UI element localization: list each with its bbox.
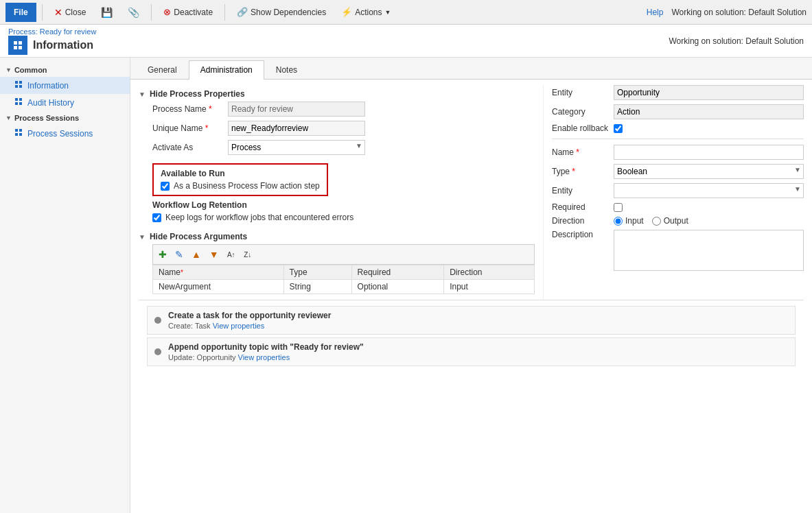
- separator-1: [42, 4, 43, 21]
- direction-label: Direction: [552, 216, 614, 226]
- attach-icon: 📎: [128, 7, 139, 18]
- type-select[interactable]: Boolean String Integer Float Decimal Dat…: [614, 164, 804, 179]
- sidebar-item-information[interactable]: Information: [0, 77, 130, 94]
- tab-administration[interactable]: Administration: [189, 60, 264, 80]
- action-dot-1: [154, 317, 161, 324]
- activate-as-wrapper: Process Process Template ▼: [228, 140, 365, 155]
- breadcrumb[interactable]: Process: Ready for review: [8, 27, 96, 36]
- action-item-append-topic[interactable]: Append opportunity topic with "Ready for…: [147, 337, 796, 366]
- arg-required: Optional: [351, 280, 444, 294]
- sidebar-item-audit-history[interactable]: Audit History: [0, 94, 130, 111]
- direction-output-option: Output: [652, 216, 688, 226]
- tabs-bar: General Administration Notes: [130, 58, 812, 80]
- svg-rect-4: [15, 81, 18, 84]
- action-text-2: Append opportunity topic with "Ready for…: [168, 342, 364, 352]
- solution-info: Working on solution: Default Solution: [669, 36, 804, 46]
- sort-za-button[interactable]: Z↓: [240, 247, 255, 262]
- required-checkbox[interactable]: [614, 203, 623, 212]
- name-label: Name *: [552, 147, 614, 157]
- svg-rect-1: [19, 41, 22, 45]
- move-up-button[interactable]: ▲: [188, 247, 205, 262]
- actions-label: Actions: [355, 8, 382, 17]
- available-checkbox-row: As a Business Process Flow action step: [161, 181, 320, 191]
- process-sessions-section-label: Process Sessions: [14, 114, 79, 122]
- process-properties-header[interactable]: ▼ Hide Process Properties: [139, 85, 535, 102]
- arg-entity-label: Entity: [552, 186, 614, 195]
- toolbar: File ✕ Close 💾 📎 ⊗ Deactivate 🔗 Show Dep…: [0, 0, 812, 25]
- category-input: [614, 104, 804, 119]
- file-button[interactable]: File: [5, 3, 36, 22]
- hide-process-properties-title: Hide Process Properties: [150, 89, 245, 99]
- tab-general[interactable]: General: [136, 60, 189, 79]
- actions-dropdown-icon: ▼: [385, 9, 391, 16]
- activate-as-select[interactable]: Process Process Template: [228, 140, 365, 155]
- edit-argument-button[interactable]: ✎: [172, 247, 187, 262]
- process-sessions-section-header: ▼ Process Sessions: [0, 111, 130, 125]
- view-properties-link-2[interactable]: View properties: [238, 353, 290, 361]
- description-textarea[interactable]: [614, 230, 804, 271]
- header-bar: Process: Ready for review Information Wo…: [0, 25, 812, 58]
- two-col-layout: ▼ Hide Process Properties Process Name *…: [139, 85, 804, 300]
- information-icon: [14, 80, 23, 91]
- sort-az-button[interactable]: A↑: [224, 247, 239, 262]
- unique-name-input[interactable]: [228, 121, 365, 136]
- bottom-actions: Create a task for the opportunity review…: [139, 300, 804, 374]
- common-label: Common: [14, 66, 47, 74]
- available-checkbox[interactable]: [161, 182, 170, 191]
- section-triangle-arguments: ▼: [139, 233, 146, 241]
- attach-button[interactable]: 📎: [121, 3, 146, 22]
- category-label: Category: [552, 107, 614, 117]
- required-label: Required: [552, 202, 614, 212]
- arg-name: NewArgument: [153, 280, 284, 294]
- close-icon: ✕: [54, 7, 62, 18]
- arg-entity-row: Entity ▼: [552, 183, 804, 198]
- process-name-input[interactable]: [228, 102, 365, 117]
- arguments-container: ✚ ✎ ▲ ▼ A↑ Z↓: [139, 244, 535, 294]
- process-sessions-icon: [14, 128, 23, 139]
- workflow-checkbox-row: Keep logs for workflow jobs that encount…: [152, 213, 535, 222]
- move-down-button[interactable]: ▼: [206, 247, 222, 262]
- dependencies-icon: 🔗: [237, 7, 248, 17]
- arg-entity-select[interactable]: [614, 183, 804, 198]
- page-title: Information: [33, 39, 93, 51]
- workflow-checkbox[interactable]: [152, 213, 161, 222]
- enable-rollback-checkbox[interactable]: [614, 124, 623, 133]
- solution-label: Working on solution: Default Solution: [671, 8, 807, 17]
- process-name-label: Process Name *: [152, 104, 228, 114]
- sidebar-item-process-sessions[interactable]: Process Sessions: [0, 125, 130, 142]
- category-row: Category: [552, 104, 804, 119]
- entity-label: Entity: [552, 88, 614, 97]
- add-argument-button[interactable]: ✚: [155, 247, 170, 262]
- process-arguments-header[interactable]: ▼ Hide Process Arguments: [139, 228, 535, 244]
- show-dependencies-button[interactable]: 🔗 Show Dependencies: [231, 3, 332, 22]
- close-button[interactable]: ✕ Close: [48, 3, 93, 22]
- deactivate-button[interactable]: ⊗ Deactivate: [157, 3, 219, 22]
- svg-rect-3: [19, 46, 22, 49]
- description-label: Description: [552, 230, 614, 239]
- name-input[interactable]: [614, 145, 804, 160]
- action-sub-1: Create: Task View properties: [168, 322, 331, 330]
- action-item-create-task[interactable]: Create a task for the opportunity review…: [147, 306, 796, 335]
- available-to-run-title: Available to Run: [161, 169, 320, 178]
- svg-rect-8: [15, 98, 18, 101]
- required-row: Required: [552, 202, 804, 212]
- action-content-1: Create a task for the opportunity review…: [168, 311, 331, 330]
- divider: [552, 139, 804, 139]
- direction-radio-group: Input Output: [614, 216, 688, 226]
- svg-rect-6: [15, 85, 18, 88]
- available-to-run-box: Available to Run As a Business Process F…: [152, 163, 328, 196]
- svg-rect-11: [19, 102, 22, 105]
- view-properties-link-1[interactable]: View properties: [213, 322, 265, 330]
- direction-input-option: Input: [614, 216, 644, 226]
- direction-input-radio[interactable]: [614, 217, 623, 226]
- tab-notes[interactable]: Notes: [264, 60, 309, 79]
- table-row[interactable]: NewArgument String Optional Input: [153, 280, 535, 294]
- actions-button[interactable]: ⚡ Actions ▼: [335, 3, 397, 22]
- help-button[interactable]: Help: [647, 8, 664, 17]
- save-button[interactable]: 💾: [95, 3, 119, 22]
- activate-as-label: Activate As: [152, 143, 228, 152]
- available-checkbox-label: As a Business Process Flow action step: [174, 181, 320, 191]
- header-icon: [8, 36, 27, 55]
- direction-output-radio[interactable]: [652, 217, 661, 226]
- svg-rect-15: [19, 133, 22, 136]
